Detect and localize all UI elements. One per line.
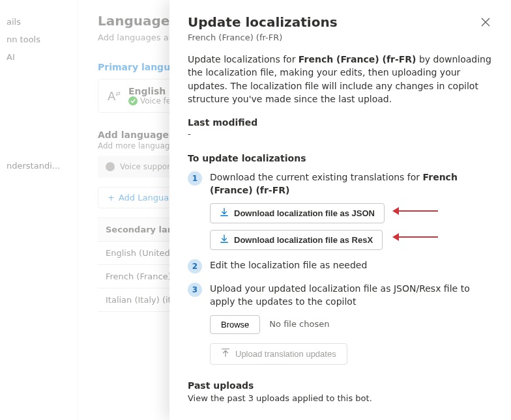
close-button[interactable] [478, 14, 493, 32]
step-number: 3 [188, 283, 202, 297]
upload-icon [221, 348, 230, 359]
step-number: 1 [188, 171, 202, 186]
steps-heading: To update localizations [188, 153, 493, 163]
panel-description: Update localizations for French (France)… [188, 53, 493, 105]
no-file-label: No file chosen [269, 318, 329, 330]
download-icon [220, 208, 229, 219]
past-uploads-heading: Past uploads [188, 380, 493, 391]
browse-button[interactable]: Browse [210, 315, 260, 334]
download-icon [220, 234, 229, 245]
update-localizations-panel: Update localizations French (France) (fr… [169, 0, 511, 420]
panel-subtitle: French (France) (fr-FR) [188, 33, 338, 42]
step-2: 2 Edit the localization file as needed [188, 259, 493, 273]
step-number: 2 [188, 259, 202, 273]
past-uploads-sub: View the past 3 uploads applied to this … [188, 393, 493, 403]
step-3: 3 Upload your updated localization file … [188, 283, 493, 364]
last-modified-value: - [188, 129, 493, 139]
panel-title: Update localizations [188, 14, 338, 30]
upload-translation-button[interactable]: Upload translation updates [210, 343, 347, 365]
annotation-arrow [392, 207, 438, 215]
step-1: 1 Download the current existing translat… [188, 171, 493, 250]
annotation-arrow [392, 233, 438, 241]
last-modified-label: Last modified [188, 117, 493, 128]
download-json-button[interactable]: Download localization file as JSON [210, 203, 385, 223]
download-resx-button[interactable]: Download localization file as ResX [210, 230, 383, 250]
